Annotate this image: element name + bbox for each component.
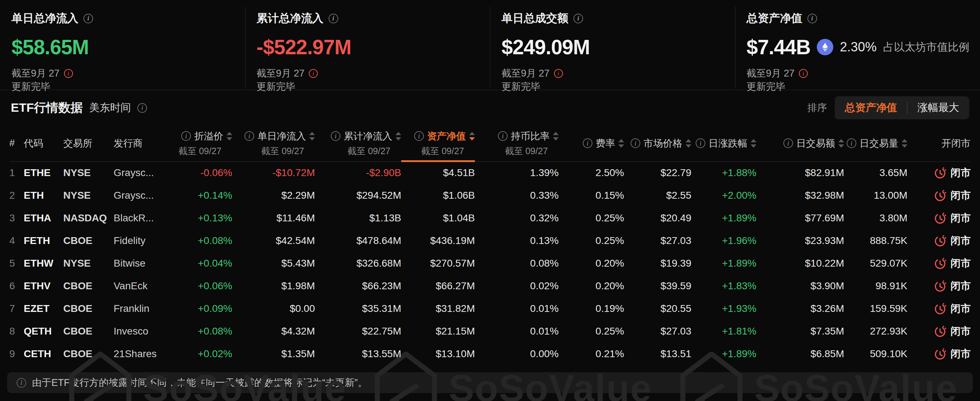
info-icon[interactable] [137,103,147,113]
info-icon[interactable] [245,131,254,141]
info-icon[interactable] [846,138,856,148]
rank-cell: 3 [10,207,24,229]
info-icon[interactable] [181,131,191,141]
cumulative-flow-cell: $294.52M [315,184,401,207]
alert-info-icon[interactable] [799,69,808,78]
info-icon[interactable] [573,14,583,23]
info-icon[interactable] [498,131,508,141]
change-cell: +1.89% [691,252,756,274]
table-row[interactable]: 4 FETH CBOE Fidelity +0.08% $42.54M $478… [10,229,970,252]
disclosure-note: 由于ETF发行方的披露时间不同，未能在同一天披露的数据将标记为“未更新”。 [7,372,973,393]
price-cell: $27.03 [624,320,691,342]
col-premium-discount[interactable]: 折溢价 截至 09/27 [178,125,232,161]
info-icon[interactable] [414,131,424,141]
ticker-cell[interactable]: ETH [24,184,63,207]
table-row[interactable]: 6 ETHV CBOE VanEck +0.06% $1.98M $66.23M… [10,274,970,297]
exchange-cell: NASDAQ [63,207,114,229]
turnover-cell: $82.91M [756,161,844,184]
market-closed-clock-icon [934,234,947,247]
ticker-cell[interactable]: ETHA [24,207,63,229]
table-row[interactable]: 3 ETHA NASDAQ BlackR... +0.13% $11.46M $… [10,207,970,229]
fee-cell: 0.19% [558,297,624,320]
table-row[interactable]: 8 QETH CBOE Invesco +0.08% $4.32M $22.75… [10,320,970,342]
col-daily-change[interactable]: 日涨跌幅 [691,125,756,161]
table-row[interactable]: 7 EZET CBOE Franklin +0.09% $0.00 $35.31… [10,297,970,320]
fee-cell: 0.20% [558,274,624,297]
info-icon[interactable] [83,14,93,23]
sort-option-total-nav[interactable]: 总资产净值 [835,101,907,115]
col-exchange: 交易所 [63,125,114,161]
ticker-cell[interactable]: ETHW [24,252,63,274]
table-row[interactable]: 5 ETHW NYSE Bitwise +0.04% $5.43M $326.6… [10,252,970,274]
rank-cell: 2 [10,184,24,207]
change-cell: +1.93% [691,297,756,320]
volume-cell: 272.93K [844,320,907,342]
ticker-cell[interactable]: CETH [24,342,63,365]
asof-text: 截至9月 27 [501,67,550,80]
etf-table-zone: SoSoValue sosovalue.com SoSoValue sosova… [0,125,980,365]
daily-flow-cell: $0.00 [232,297,315,320]
col-daily-volume[interactable]: 日交易量 [844,125,907,161]
info-icon[interactable] [696,138,705,148]
stat-title-text: 累计总净流入 [257,11,323,26]
stat-card-title: 单日总净流入 [11,11,242,26]
ticker-cell[interactable]: EZET [24,297,63,320]
info-icon[interactable] [807,14,817,23]
cumulative-flow-cell: $326.68M [315,252,401,274]
info-icon[interactable] [329,14,338,23]
issuer-cell: Invesco [114,320,178,342]
market-status-text: 闭市 [951,211,970,225]
col-fee-rate[interactable]: 费率 [558,125,624,161]
stat-title-text: 单日总成交额 [501,11,568,26]
market-status-cell: 闭市 [907,252,970,274]
cumulative-flow-cell: $22.75M [315,320,401,342]
asof-text: 截至9月 27 [11,67,60,80]
stat-value: -$522.97M [257,35,352,59]
premium-cell: +0.08% [178,229,232,252]
net-assets-cell: $13.10M [401,342,475,365]
daily-flow-cell: -$10.72M [232,161,315,184]
col-cumulative-net-inflow[interactable]: 累计净流入 截至 09/27 [315,125,401,161]
price-cell: $39.59 [624,274,691,297]
table-header-row: # 代码 交易所 发行商 折溢价 截至 09/27 [10,125,970,161]
change-cell: +1.81% [691,320,756,342]
cumulative-flow-cell: $478.64M [315,229,401,252]
table-row[interactable]: 2 ETH NYSE Graysc... +0.14% $2.29M $294.… [10,184,970,207]
sort-option-top-gainers[interactable]: 涨幅最大 [907,101,969,115]
market-status-text: 闭市 [951,325,970,338]
info-icon[interactable] [583,138,592,148]
issuer-cell: Graysc... [114,161,178,184]
ticker-cell[interactable]: QETH [24,320,63,342]
exchange-cell: CBOE [63,229,114,252]
ticker-cell[interactable]: ETHV [24,274,63,297]
col-daily-turnover[interactable]: 日交易额 [756,125,844,161]
col-market-price[interactable]: 市场价格 [624,125,691,161]
col-daily-net-inflow[interactable]: 单日净流入 截至 09/27 [232,125,315,161]
table-row[interactable]: 1 ETHE NYSE Graysc... -0.06% -$10.72M -$… [10,161,970,184]
info-icon[interactable] [783,138,793,148]
fee-cell: 0.25% [558,229,624,252]
market-status-cell: 闭市 [907,184,970,207]
alert-info-icon[interactable] [554,69,563,78]
market-closed-clock-icon [934,347,947,360]
ticker-cell[interactable]: FETH [24,229,63,252]
stat-card-title: 累计总净流入 [257,11,487,26]
col-net-assets[interactable]: 资产净值 截至 09/27 [401,125,475,161]
alert-info-icon[interactable] [309,69,318,78]
ticker-cell[interactable]: ETHE [24,161,63,184]
sort-carets-icon [226,132,232,141]
stat-card-daily-net-inflow: 单日总净流入 $58.65M 截至9月 27 更新完毕 [0,0,245,94]
info-icon[interactable] [331,131,340,141]
net-assets-cell: $436.19M [401,229,475,252]
alert-info-icon[interactable] [64,69,73,78]
exchange-cell: CBOE [63,320,114,342]
col-market-open-close: 开闭市 [907,125,970,161]
stat-value: $249.09M [501,35,590,59]
net-assets-cell: $31.82M [401,297,475,320]
price-cell: $22.79 [624,161,691,184]
info-icon[interactable] [630,138,640,148]
daily-flow-cell: $42.54M [232,229,315,252]
table-row[interactable]: 9 CETH CBOE 21Shares +0.02% $1.35M $13.5… [10,342,970,365]
change-cell: +1.83% [691,274,756,297]
col-holding-ratio[interactable]: 持币比率 截至 09/27 [475,125,558,161]
